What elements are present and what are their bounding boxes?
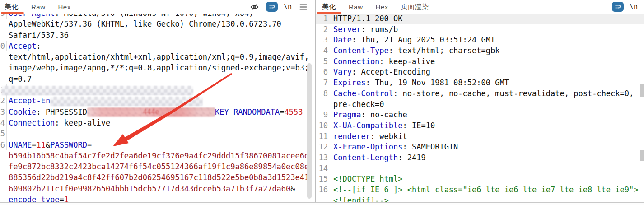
code-line[interactable]: 3Cookie: PHPSESSID444eKEY_RANDOMDATA=455… [0,107,315,117]
code-line[interactable]: text/html,application/xhtml+xml,applicat… [0,51,315,62]
code-line[interactable]: Safari/537.36 [0,30,315,41]
line-number: 3 [316,35,331,46]
eye-off-icon[interactable] [249,1,260,12]
code-token: Cookie [9,107,36,116]
code-line[interactable]: 10X-UA-Compatible: IE=10 [316,121,644,131]
line-content: Content-Length: 2419 [331,153,426,163]
code-line[interactable]: 4Connection: keep-alive [0,117,315,128]
code-token: HTTP/1.1 200 OK [333,14,403,23]
code-token: pre-check=0 [333,100,384,109]
line-number: 1 [316,14,331,24]
code-token: : no-cache [361,110,407,119]
line-content: Date: Thu, 21 Aug 2025 03:51:24 GMT [331,35,495,46]
code-line[interactable]: 2Server: rums/b [316,24,644,35]
code-token: & [46,140,50,149]
line-content: Expires: Thu, 19 Nov 1981 08:52:00 GMT [331,78,509,89]
menu-icon[interactable] [298,1,308,12]
request-editor[interactable]: 9User-Agent: Mozilla/5.0 (Windows NT 10.… [0,8,315,205]
code-line[interactable]: b594b16b58c4baf54c7fe2d2fea6de19cf376e9a… [0,150,315,161]
code-line[interactable]: 9Pragma: no-cache [316,110,644,121]
code-line[interactable]: pre-check=0 [316,99,644,110]
code-line[interactable]: 885356d22bd219a4c8f42ff607b2d06254695167… [0,172,315,183]
code-token: 885356d22bd219a4c8f42ff607b2d06254695167… [9,173,309,182]
code-line[interactable]: 2Accept-En [0,95,315,106]
code-line[interactable]: 14 [316,163,644,174]
line-number: 6 [0,140,7,150]
code-token: : rums/b [361,25,398,34]
code-line[interactable]: 8Cache-Control: no-store, no-cache, must… [316,89,644,99]
code-line[interactable]: q=0.7 [0,74,315,84]
code-line[interactable]: 7Expires: Thu, 19 Nov 1981 08:52:00 GMT [316,78,644,89]
code-line[interactable]: 15<!DOCTYPE html> [316,174,644,185]
line-content: Pragma: no-cache [331,110,407,121]
code-token: : PHPSESSID [36,107,87,116]
code-token: text/html,application/xhtml+xml,applicat… [9,52,309,61]
scrollbar-thumb[interactable] [307,63,312,199]
code-line[interactable]: 3Date: Thu, 21 Aug 2025 03:51:24 GMT [316,35,644,46]
line-number: 2 [316,24,331,35]
line-number: 15 [316,174,331,185]
response-tab-1[interactable]: Raw [342,0,369,14]
code-token: X-Frame-Options [333,142,403,151]
redacted-blur [1,86,193,95]
request-tab-2[interactable]: Hex [52,0,77,14]
code-token: PASSWORD [50,140,87,149]
redacted-blur [50,97,203,106]
code-token: <!DOCTYPE html> [333,174,403,183]
code-line[interactable]: 5 [0,128,315,139]
code-line[interactable]: 12X-Frame-Options: SAMEORIGIN [316,142,644,153]
response-tab-3[interactable]: 页面渲染 [395,0,435,14]
code-token: KEY_RANDOMDATA [215,107,280,116]
code-line[interactable]: 16<!--[if IE 6 ]> <html class="ie6 lte_i… [316,185,644,196]
code-line[interactable]: AppleWebKit/537.36 (KHTML, like Gecko) C… [0,19,315,29]
code-token: Date [333,35,352,44]
response-tab-0[interactable]: 美化 [316,0,342,14]
word-wrap-icon[interactable] [266,2,278,12]
code-token: Server [333,25,361,34]
code-line[interactable]: 11renderer: webkit [316,131,644,142]
code-line[interactable]: 5Connection: keep-alive [316,56,644,67]
scroll-marker [640,150,644,161]
response-editor[interactable]: 1HTTP/1.1 200 OK2Server: rums/b3Date: Th… [316,14,644,205]
line-number: 7 [316,78,331,89]
http-message-viewer: 美化RawHex \n [0,0,644,205]
line-content [7,84,193,95]
code-token: renderer [333,132,370,141]
code-line[interactable]: fe9c872bc8332c2423bca14274f6f54c05512436… [0,161,315,172]
response-tab-2[interactable]: Hex [369,0,395,14]
line-number: 16 [316,185,331,196]
code-token: = [87,140,92,149]
code-token: <!--[if IE 6 ]> <html class="ie6 lte_ie6… [333,185,639,194]
line-number: 0 [0,41,7,51]
newline-icon[interactable]: \n [284,3,292,11]
code-line[interactable]: image/webp,image/apng,*/*;q=0.8,applicat… [0,62,315,73]
code-line[interactable]: 0Accept: [0,41,315,51]
code-token: : 2419 [398,153,425,162]
line-number: 13 [316,153,331,163]
line-content: pre-check=0 [331,99,384,110]
line-content: fe9c872bc8332c2423bca14274f6f54c05512436… [7,161,309,172]
request-tab-1[interactable]: Raw [25,0,52,14]
request-tab-0[interactable]: 美化 [0,0,25,14]
redacted-blur: 444e [87,107,215,117]
code-line[interactable]: 1HTTP/1.1 200 OK [316,14,644,24]
request-scrollbar[interactable] [307,63,312,199]
code-line[interactable]: 6Vary: Accept-Encoding [316,67,644,78]
line-content: AppleWebKit/537.36 (KHTML, like Gecko) C… [7,19,281,29]
code-token: Accept-En [9,96,50,105]
code-line[interactable]: 6UNAME=11&PASSWORD= [0,140,315,150]
code-line[interactable]: 13Content-Length: 2419 [316,153,644,163]
response-tabs: 美化RawHex页面渲染 [316,0,435,14]
code-token: : Accept-Encoding [352,67,430,76]
code-line[interactable]: 1 [0,84,315,95]
code-token: Safari/537.36 [9,31,69,40]
code-token: Pragma [333,110,361,119]
newline-icon[interactable]: \n [630,3,638,11]
code-line[interactable]: 609802b211c1f0e99826504bbb15dcb57717d343… [0,183,315,194]
code-line[interactable]: 4Content-Type: text/html; charset=gbk [316,46,644,56]
word-wrap-icon[interactable] [612,2,624,12]
code-token: q=0.7 [9,75,32,84]
request-toolbar: \n [249,1,315,12]
code-token: : IE=10 [403,121,435,130]
line-number: 4 [0,117,7,128]
